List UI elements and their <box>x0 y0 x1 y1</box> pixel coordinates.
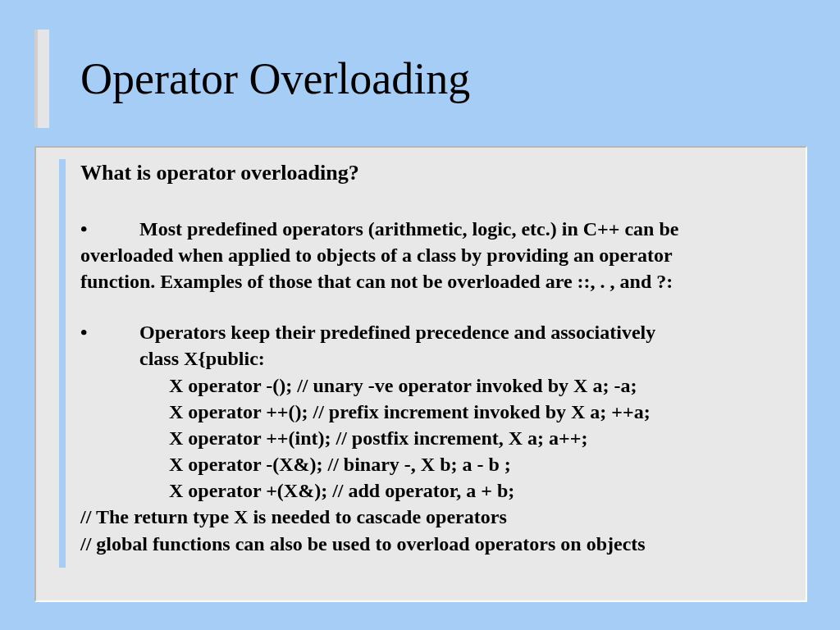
code-line-4: X operator ++(int); // postfix increment… <box>80 425 791 451</box>
code-line-6: X operator +(X&); // add operator, a + b… <box>80 477 791 504</box>
code-line-1: class X{public: <box>80 345 791 372</box>
section-heading: What is operator overloading? <box>80 159 791 188</box>
para1-line1: Most predefined operators (arithmetic, l… <box>139 216 678 242</box>
bullet-icon: • <box>80 319 139 345</box>
comment-line-1: // The return type X is needed to cascad… <box>80 504 791 530</box>
content-box: What is operator overloading? • Most pre… <box>34 146 807 602</box>
comment-line-2: // global functions can also be used to … <box>80 531 791 557</box>
bullet-icon: • <box>80 216 139 242</box>
code-line-2: X operator -(); // unary -ve operator in… <box>80 372 791 399</box>
title-block: Operator Overloading <box>34 30 470 128</box>
content-accent-bar <box>59 159 66 568</box>
code-line-5: X operator -(X&); // binary -, X b; a - … <box>80 451 791 477</box>
para1-line3: function. Examples of those that can not… <box>80 268 791 294</box>
code-line-3: X operator ++(); // prefix increment inv… <box>80 399 791 425</box>
para1-line2: overloaded when applied to objects of a … <box>80 242 791 268</box>
slide-title: Operator Overloading <box>80 53 470 104</box>
title-accent-bar <box>34 30 49 128</box>
paragraph-2: • Operators keep their predefined preced… <box>80 319 791 504</box>
paragraph-1: • Most predefined operators (arithmetic,… <box>80 216 791 294</box>
para2-line1: Operators keep their predefined preceden… <box>139 319 655 345</box>
